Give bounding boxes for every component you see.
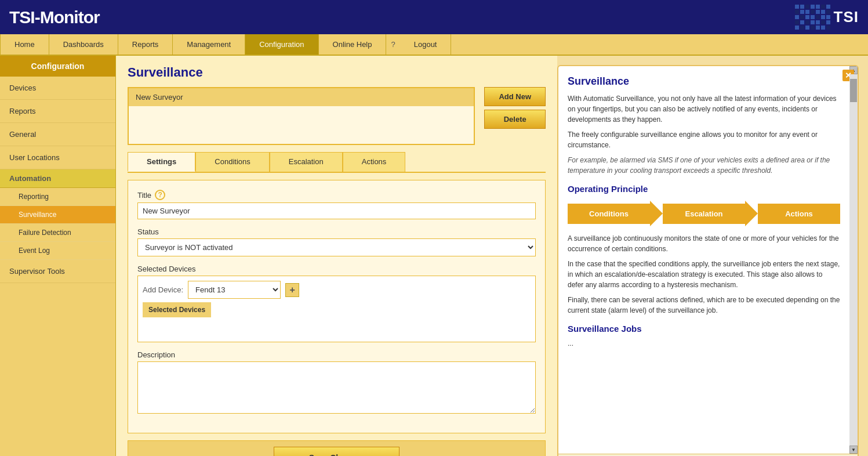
selected-devices-col-label: Selected Devices (143, 302, 211, 317)
sidebar-item-user-locations[interactable]: User Locations (0, 146, 115, 169)
nav-logout[interactable]: Logout (400, 34, 452, 55)
help-panel: ✕ Surveillance With Automatic Surveillan… (557, 65, 859, 456)
flow-box-actions: Actions (758, 204, 840, 224)
help-body2: In the case that the specified condition… (568, 259, 840, 290)
flow-diagram: Conditions Escalation Actions (568, 201, 840, 226)
surveyor-list-item[interactable]: New Surveyor (129, 88, 474, 106)
sidebar-item-supervisor-tools[interactable]: Supervisor Tools (0, 260, 115, 283)
sidebar-item-general[interactable]: General (0, 123, 115, 146)
selected-devices-container: Add Device: Fendt 13 Fendt 14 Fendt 15 +… (137, 276, 536, 342)
status-label: Status (137, 227, 536, 236)
scrollbar-thumb[interactable] (850, 79, 857, 102)
help-title: Surveillance (568, 75, 840, 88)
title-input[interactable] (137, 202, 536, 219)
help-panel-inner: Surveillance With Automatic Surveillance… (558, 66, 858, 454)
tab-escalation[interactable]: Escalation (270, 152, 343, 172)
title-help-icon[interactable]: ? (155, 190, 165, 200)
surveyor-panel: New Surveyor Add New Delete (128, 87, 546, 145)
nav-configuration[interactable]: Configuration (245, 34, 318, 55)
devices-list-area: Selected Devices (143, 302, 531, 337)
header-logo-tsi: TSI (795, 5, 859, 30)
flow-box-escalation: Escalation (663, 204, 745, 224)
page-title: Surveillance (128, 65, 546, 80)
sidebar: Configuration Devices Reports General Us… (0, 56, 116, 456)
selected-devices-label: Selected Devices (137, 265, 536, 273)
title-group: Title ? (137, 190, 536, 219)
nav-management[interactable]: Management (173, 34, 245, 55)
add-new-button[interactable]: Add New (484, 87, 546, 106)
help-surveillance-jobs-text: ... (568, 338, 840, 349)
help-operating-principle: Operating Principle (568, 184, 840, 194)
sidebar-header: Configuration (0, 56, 115, 77)
nav-home[interactable]: Home (0, 34, 49, 55)
description-label: Description (137, 350, 536, 359)
help-intro1: With Automatic Surveillance, you not onl… (568, 93, 840, 125)
nav-online-help[interactable]: Online Help (319, 34, 387, 55)
help-scroll-area[interactable]: Surveillance With Automatic Surveillance… (558, 66, 849, 454)
title-label: Title ? (137, 190, 536, 200)
add-device-button[interactable]: + (285, 283, 299, 297)
sidebar-sub-surveillance[interactable]: Surveillance (0, 206, 115, 224)
main-content: Surveillance New Surveyor Add New Delete… (116, 56, 557, 456)
sidebar-section-automation: Automation (0, 169, 115, 188)
description-group: Description (137, 350, 536, 415)
help-intro2: The freely configurable surveillance eng… (568, 129, 840, 150)
settings-form: Title ? Status Surveyor is NOT activated… (128, 180, 546, 433)
help-scrollbar: ▲ ▼ (849, 66, 858, 454)
surveyor-list: New Surveyor (128, 87, 475, 145)
tab-conditions[interactable]: Conditions (195, 152, 269, 172)
logo: TSI-Monitor (9, 8, 100, 27)
sidebar-item-reports[interactable]: Reports (0, 100, 115, 123)
tsi-logo-text: TSI (834, 8, 859, 26)
tab-actions[interactable]: Actions (343, 152, 406, 172)
sidebar-sub-event-log[interactable]: Event Log (0, 242, 115, 260)
tabs: Settings Conditions Escalation Actions (128, 152, 546, 173)
add-device-select[interactable]: Fendt 13 Fendt 14 Fendt 15 (188, 281, 281, 299)
help-body1: A surveillance job continuously monitors… (568, 233, 840, 254)
surveyor-buttons: Add New Delete (484, 87, 546, 145)
sidebar-sub-failure-detection[interactable]: Failure Detection (0, 224, 115, 242)
description-textarea[interactable] (137, 361, 536, 414)
help-body3: Finally, there can be several actions de… (568, 295, 840, 316)
logo-text: TSI-Monitor (9, 8, 100, 27)
header: TSI-Monitor TSI (0, 0, 868, 34)
see-also: See also Settings, Conditions, Escalatio… (558, 454, 858, 456)
nav-reports[interactable]: Reports (118, 34, 173, 55)
flow-arrow-1 (650, 201, 663, 226)
add-device-label: Add Device: (143, 285, 183, 294)
nav-dashboards[interactable]: Dashboards (49, 34, 118, 55)
flow-box-conditions: Conditions (568, 204, 650, 224)
nav-bar: Home Dashboards Reports Management Confi… (0, 34, 868, 56)
selected-devices-group: Selected Devices Add Device: Fendt 13 Fe… (137, 265, 536, 342)
layout: Configuration Devices Reports General Us… (0, 56, 868, 456)
scroll-down-button[interactable]: ▼ (849, 446, 858, 454)
save-bar: Save Changes (128, 440, 546, 456)
help-question-icon[interactable]: ? (386, 34, 400, 55)
add-device-row: Add Device: Fendt 13 Fendt 14 Fendt 15 + (143, 281, 531, 299)
save-changes-button[interactable]: Save Changes (274, 447, 400, 456)
tab-settings[interactable]: Settings (128, 152, 195, 172)
help-surveillance-jobs: Surveillance Jobs (568, 324, 840, 334)
help-intro3: For example, be alarmed via SMS if one o… (568, 155, 840, 176)
status-select[interactable]: Surveyor is NOT activated Surveyor is ac… (137, 238, 536, 256)
flow-arrow-2 (745, 201, 758, 226)
sidebar-item-devices[interactable]: Devices (0, 77, 115, 100)
scrollbar-track (849, 74, 858, 446)
status-group: Status Surveyor is NOT activated Surveyo… (137, 227, 536, 256)
delete-button[interactable]: Delete (484, 110, 546, 129)
sidebar-sub-reporting[interactable]: Reporting (0, 188, 115, 206)
